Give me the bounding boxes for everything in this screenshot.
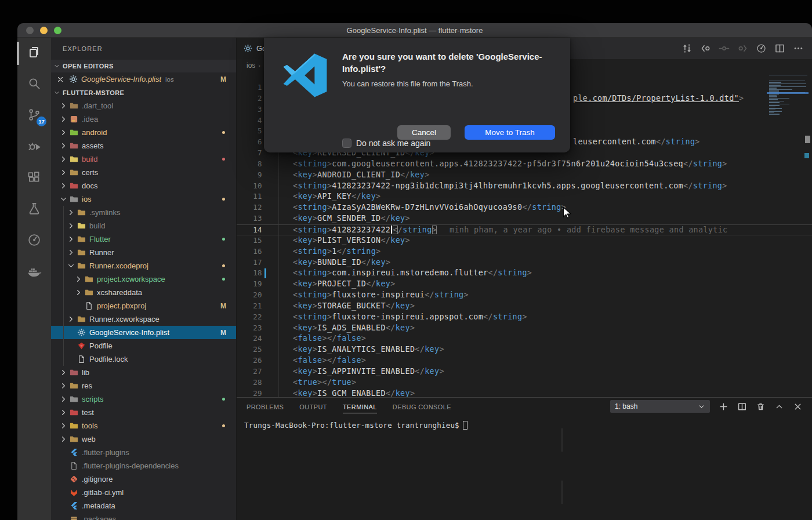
chevron-right-icon[interactable]: [59, 128, 68, 137]
tree-item-scripts[interactable]: scripts: [51, 392, 236, 406]
tree-item-tools[interactable]: tools: [51, 419, 236, 432]
chevron-right-icon[interactable]: [59, 368, 68, 377]
code-line-24[interactable]: 24<false></false>: [237, 333, 812, 344]
cancel-button[interactable]: Cancel: [397, 125, 451, 140]
tree-item-certs[interactable]: certs: [51, 166, 236, 179]
chevron-right-icon[interactable]: [67, 208, 75, 217]
tree-item-res[interactable]: res: [51, 379, 236, 392]
code-line-15[interactable]: 15<key>PLIST_VERSION</key>: [237, 235, 812, 246]
chevron-right-icon[interactable]: [67, 248, 75, 257]
close-panel-icon[interactable]: [793, 402, 803, 412]
minimap[interactable]: [769, 73, 807, 115]
chevron-right-icon[interactable]: [59, 155, 68, 163]
tree-item--symlinks[interactable]: .symlinks: [51, 206, 236, 219]
chevron-right-icon[interactable]: [59, 168, 68, 177]
code-line-10[interactable]: 10<string>412823237422-npg3ib1dclmpi3tj4…: [237, 181, 812, 192]
code-line-23[interactable]: 23<key>IS_ADS_ENABLED</key>: [237, 323, 812, 334]
panel-tab-problems[interactable]: PROBLEMS: [246, 400, 284, 413]
tree-item--flutter-plugins-dependencies[interactable]: .flutter-plugins-dependencies: [51, 459, 236, 472]
chevron-down-icon[interactable]: [67, 261, 75, 270]
code-line-22[interactable]: 22<string>fluxstore-inspireui.appspot.co…: [237, 312, 812, 323]
do-not-ask-checkbox[interactable]: [342, 139, 351, 148]
more-actions-icon[interactable]: [793, 43, 804, 54]
code-line-21[interactable]: 21<key>STORAGE_BUCKET</key>: [237, 301, 812, 312]
open-editors-header[interactable]: OPEN EDITORS: [51, 60, 236, 72]
activity-item-extensions[interactable]: [17, 163, 51, 194]
code-line-17[interactable]: 17<key>BUNDLE_ID</key>: [237, 257, 812, 268]
tree-item-flutter[interactable]: Flutter: [51, 232, 236, 246]
terminal[interactable]: Trungs-MacBook-Pro:flutter-mstore trantr…: [237, 415, 812, 430]
activity-item-explorer[interactable]: [17, 38, 51, 69]
chevron-right-icon[interactable]: [59, 181, 68, 190]
chevron-right-icon[interactable]: [59, 435, 68, 443]
panel-tab-debug-console[interactable]: DEBUG CONSOLE: [393, 400, 451, 413]
tree-item-runner-xcodeproj[interactable]: Runner.xcodeproj: [51, 259, 236, 272]
split-editor-icon[interactable]: [774, 43, 785, 54]
tree-item-runner-xcworkspace[interactable]: Runner.xcworkspace: [51, 312, 236, 326]
close-icon[interactable]: [56, 75, 64, 83]
chevron-right-icon[interactable]: [59, 115, 68, 123]
open-editor-item[interactable]: GoogleService-Info.plist ios M: [51, 72, 236, 86]
previous-change-icon[interactable]: [700, 43, 711, 54]
tree-item-android[interactable]: android: [51, 126, 236, 139]
chevron-right-icon[interactable]: [59, 141, 68, 150]
code-line-25[interactable]: 25<key>IS_ANALYTICS_ENABLED</key>: [237, 344, 812, 355]
tree-item--flutter-plugins[interactable]: .flutter-plugins: [51, 446, 236, 459]
code-line-28[interactable]: 28<true></true>: [237, 377, 812, 388]
tree-item-project-pbxproj[interactable]: project.pbxprojM: [51, 299, 236, 312]
code-line-26[interactable]: 26<false></false>: [237, 355, 812, 366]
terminal-shell-select[interactable]: 1: bash: [610, 400, 710, 413]
code-line-14[interactable]: 14<string>412823237422</string>minh pham…: [237, 224, 812, 235]
chevron-right-icon[interactable]: [59, 395, 68, 403]
tree-item-build[interactable]: build: [51, 219, 236, 232]
tree-item--gitignore[interactable]: .gitignore: [51, 472, 236, 486]
tree-item-build[interactable]: build: [51, 152, 236, 166]
tree-item-xcshareddata[interactable]: xcshareddata: [51, 286, 236, 299]
code-line-20[interactable]: 20<string>fluxstore-inspireui</string>: [237, 290, 812, 301]
chevron-right-icon[interactable]: [67, 315, 75, 323]
code-line-12[interactable]: 12<string>AIzaSyA2BWeKRw-D7zHLnvVVoi6ahO…: [237, 202, 812, 213]
next-change-icon[interactable]: [737, 43, 748, 54]
tree-item-ios[interactable]: ios: [51, 192, 236, 206]
workspace-root-header[interactable]: FLUTTER-MSTORE: [51, 86, 236, 99]
activity-item-search[interactable]: [17, 69, 51, 100]
chevron-right-icon[interactable]: [67, 235, 75, 243]
gitlens-icon[interactable]: [756, 43, 767, 54]
new-terminal-icon[interactable]: [719, 402, 728, 412]
tree-item-assets[interactable]: assets: [51, 139, 236, 152]
code-line-8[interactable]: 8<string>com.googleusercontent.apps.4128…: [237, 159, 812, 170]
activity-item-gitlens[interactable]: [17, 226, 51, 257]
tree-item-test[interactable]: test: [51, 406, 236, 419]
code-line-27[interactable]: 27<key>IS_APPINVITE_ENABLED</key>: [237, 366, 812, 377]
chevron-right-icon[interactable]: [74, 288, 83, 297]
tree-item-project-xcworkspace[interactable]: project.xcworkspace: [51, 272, 236, 286]
tree-item-podfile-lock[interactable]: Podfile.lock: [51, 352, 236, 366]
activity-item-run-debug[interactable]: [17, 132, 51, 163]
tree-item-googleservice-info-plist[interactable]: GoogleService-Info.plistM: [51, 326, 236, 339]
chevron-right-icon[interactable]: [59, 421, 68, 430]
breadcrumb-segment[interactable]: ios: [246, 61, 255, 70]
chevron-right-icon[interactable]: [59, 381, 68, 390]
close-window-button[interactable]: [26, 27, 34, 34]
kill-terminal-icon[interactable]: [756, 402, 766, 412]
split-terminal-icon[interactable]: [737, 402, 747, 412]
chevron-right-icon[interactable]: [59, 408, 68, 417]
code-line-29[interactable]: 29<key>IS_GCM_ENABLED</key>: [237, 388, 812, 397]
compare-changes-icon[interactable]: [682, 43, 693, 54]
chevron-right-icon[interactable]: [67, 221, 75, 230]
current-hunk-icon[interactable]: [719, 43, 730, 54]
title-bar[interactable]: GoogleService-Info.plist — flutter-mstor…: [17, 23, 812, 38]
chevron-down-icon[interactable]: [59, 195, 68, 203]
tree-item-docs[interactable]: docs: [51, 179, 236, 192]
tree-item--dart-tool[interactable]: .dart_tool: [51, 99, 236, 112]
tree-item-lib[interactable]: lib: [51, 366, 236, 379]
tree-item-web[interactable]: web: [51, 432, 236, 446]
activity-item-docker[interactable]: [17, 257, 51, 288]
tree-item--metadata[interactable]: .metadata: [51, 499, 236, 512]
code-line-11[interactable]: 11<key>API_KEY</key>: [237, 191, 812, 202]
code-line-18[interactable]: 18<string>com.inspireui.mstoredemo.flutt…: [237, 268, 812, 279]
activity-item-source-control[interactable]: 17: [17, 100, 51, 132]
tree-item--packages[interactable]: .packages: [51, 512, 236, 520]
code-line-13[interactable]: 13<key>GCM_SENDER_ID</key>: [237, 213, 812, 224]
code-line-19[interactable]: 19<key>PROJECT_ID</key>: [237, 279, 812, 290]
